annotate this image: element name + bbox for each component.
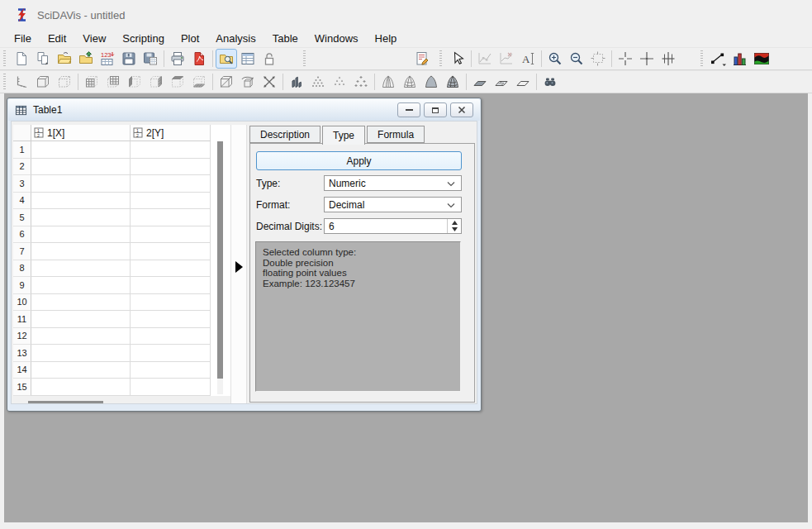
lock-toolbars-button[interactable] — [259, 49, 280, 69]
table-row[interactable]: 15 — [13, 379, 230, 396]
table-cell[interactable] — [131, 141, 211, 159]
decimal-digits-spinbox[interactable]: 6 — [324, 218, 462, 234]
filled-surface-button[interactable] — [420, 72, 442, 92]
row-header[interactable]: 12 — [13, 328, 31, 346]
row-header[interactable]: 5 — [13, 209, 31, 226]
table-cell[interactable] — [131, 345, 211, 362]
save-project-button[interactable] — [118, 49, 140, 69]
menu-analysis[interactable]: Analysis — [207, 31, 264, 46]
save-template-button[interactable] — [140, 49, 161, 69]
table-cell[interactable] — [31, 294, 131, 312]
menu-file[interactable]: File — [6, 31, 40, 46]
row-header[interactable]: 10 — [13, 294, 31, 312]
row-header[interactable]: 8 — [13, 260, 31, 278]
grid-ceiling-button[interactable] — [167, 72, 188, 92]
table-row[interactable]: 7 — [13, 243, 230, 260]
table-row[interactable]: 10 — [13, 294, 230, 312]
rescale-button[interactable] — [587, 49, 609, 69]
toolbar-handle[interactable] — [303, 50, 306, 67]
table1-titlebar[interactable]: Table1 — [8, 99, 480, 121]
table-row[interactable]: 6 — [13, 226, 230, 244]
table-cell[interactable] — [31, 209, 131, 226]
grid-right-button[interactable] — [145, 72, 167, 92]
table-cell[interactable] — [131, 193, 211, 210]
table-cell[interactable] — [31, 159, 131, 176]
screen-reader-button[interactable] — [615, 49, 636, 69]
table-cell[interactable] — [131, 159, 211, 176]
table-cell[interactable] — [31, 141, 131, 159]
coordinate-axes-button[interactable] — [11, 72, 32, 92]
panel-splitter[interactable] — [230, 125, 247, 403]
data-reader-button[interactable] — [636, 49, 658, 69]
zoom-in-button[interactable] — [544, 49, 566, 69]
zoom-out-button[interactable] — [566, 49, 587, 69]
floor-isolines-button[interactable] — [491, 72, 512, 92]
table-cell[interactable] — [131, 226, 211, 244]
new-document-button[interactable] — [11, 49, 32, 69]
menu-plot[interactable]: Plot — [173, 31, 207, 46]
table-cell[interactable] — [31, 260, 131, 278]
toolbar-handle[interactable] — [700, 50, 703, 67]
bars-3d-button[interactable] — [286, 72, 307, 92]
select-data-range-button[interactable] — [658, 49, 679, 69]
grid-left-button[interactable] — [124, 72, 145, 92]
table-cell[interactable] — [31, 379, 131, 396]
floor-data-button[interactable] — [469, 72, 491, 92]
table-cell[interactable] — [131, 209, 211, 226]
scatter-crosses-button[interactable] — [350, 72, 372, 92]
table-cell[interactable] — [131, 311, 211, 328]
open-folder-button[interactable] — [54, 49, 75, 69]
table-cell[interactable] — [131, 175, 211, 193]
horizontal-scrollbar[interactable] — [13, 398, 230, 407]
table-row[interactable]: 1 — [13, 141, 230, 159]
restore-button[interactable] — [424, 102, 447, 117]
empty-floor-button[interactable] — [512, 72, 534, 92]
pointer-tool-button[interactable] — [447, 49, 468, 69]
table-cell[interactable] — [31, 193, 131, 210]
move-data-points-button[interactable] — [474, 49, 496, 69]
table-cell[interactable] — [31, 362, 131, 379]
table-cell[interactable] — [131, 362, 211, 379]
table-cell[interactable] — [131, 379, 211, 396]
grid-front-button[interactable] — [81, 72, 102, 92]
table-cell[interactable] — [31, 226, 131, 244]
grid-floor-button[interactable] — [188, 72, 210, 92]
scatter-triangles-button[interactable] — [329, 72, 350, 92]
import-ascii-button[interactable]: 123 — [97, 49, 118, 69]
menu-help[interactable]: Help — [367, 31, 406, 46]
print-button[interactable] — [167, 49, 188, 69]
row-header[interactable]: 7 — [13, 243, 31, 260]
menu-table[interactable]: Table — [264, 31, 306, 46]
close-button[interactable] — [450, 102, 473, 117]
table-cell[interactable] — [131, 328, 211, 346]
table-cell[interactable] — [131, 294, 211, 312]
plot-color-map-button[interactable] — [751, 49, 772, 69]
tab-description[interactable]: Description — [249, 126, 321, 143]
table-cell[interactable] — [31, 175, 131, 193]
rotate-button[interactable] — [237, 72, 259, 92]
results-log-button[interactable] — [237, 49, 259, 69]
tab-type[interactable]: Type — [322, 126, 365, 145]
cube-outline-button[interactable] — [32, 72, 54, 92]
toolbar-handle[interactable] — [3, 50, 6, 67]
table-cell[interactable] — [131, 260, 211, 278]
table-row[interactable]: 3 — [13, 175, 230, 193]
fit-frame-button[interactable] — [259, 72, 280, 92]
row-header[interactable]: 6 — [13, 226, 31, 244]
row-header[interactable]: 14 — [13, 362, 31, 379]
menu-view[interactable]: View — [74, 31, 114, 46]
row-header[interactable]: 9 — [13, 277, 31, 294]
minimize-button[interactable] — [397, 102, 420, 117]
table-row[interactable]: 12 — [13, 328, 230, 346]
table-row[interactable]: 2 — [13, 159, 230, 176]
spin-up-button[interactable] — [448, 219, 461, 226]
perspective-button[interactable] — [216, 72, 237, 92]
table-cell[interactable] — [131, 243, 211, 260]
row-header[interactable]: 1 — [13, 141, 31, 159]
spin-down-button[interactable] — [448, 226, 461, 234]
project-explorer-button[interactable] — [216, 49, 237, 69]
horizontal-scrollbar-thumb[interactable] — [28, 401, 103, 403]
type-combobox[interactable]: Numeric — [324, 175, 462, 191]
row-header[interactable]: 4 — [13, 193, 31, 210]
new-window-button[interactable] — [32, 49, 54, 69]
